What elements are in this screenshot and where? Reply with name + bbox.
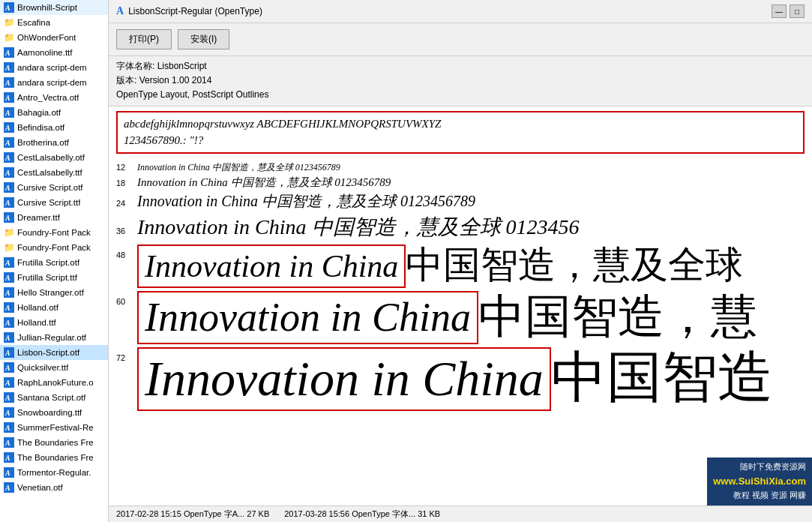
sidebar-item[interactable]: AHolland.ttf: [0, 315, 108, 330]
big-preview-row: 48Innovation in China中国智造，慧及全球: [116, 244, 805, 288]
sidebar-item-label: CestLalsabelly.ttf: [17, 168, 82, 177]
status-items: 2017-02-28 15:15 OpenType 字A... 27 KB201…: [116, 508, 455, 520]
sidebar-item[interactable]: AQuicksilver.ttf: [0, 360, 108, 375]
sidebar-item[interactable]: ACursive Script.ttf: [0, 195, 108, 210]
font-type-icon: A: [116, 5, 124, 17]
font-file-icon: A: [3, 422, 15, 434]
size-label: 12: [116, 163, 137, 172]
svg-text:A: A: [4, 439, 10, 447]
sidebar-item[interactable]: ASantana Script.otf: [0, 390, 108, 405]
minimize-button[interactable]: —: [772, 4, 787, 18]
sidebar-item[interactable]: AAamonoline.ttf: [0, 45, 108, 60]
font-file-icon: A: [3, 182, 15, 194]
sidebar-item[interactable]: Aandara script-dem: [0, 75, 108, 90]
sidebar-item[interactable]: AHello Stranger.otf: [0, 285, 108, 300]
sidebar-item[interactable]: AJullian-Regular.otf: [0, 330, 108, 345]
install-button[interactable]: 安装(I): [178, 29, 229, 50]
sidebar-item[interactable]: 📁Escafina: [0, 15, 108, 30]
sidebar-item[interactable]: ABrownhill-Script: [0, 0, 108, 15]
sidebar-item[interactable]: AFrutilla Script.otf: [0, 255, 108, 270]
sidebar-item-label: SummerFestival-Re: [17, 423, 94, 432]
font-file-icon: A: [3, 152, 15, 164]
sidebar-item-label: Bahagia.otf: [17, 108, 61, 117]
sidebar-item[interactable]: ARaphLanokFuture.o: [0, 375, 108, 390]
sidebar-item-label: Holland.ttf: [17, 318, 56, 327]
status-item: 2017-02-28 15:15 OpenType 字A... 27 KB: [116, 509, 269, 518]
sidebar-item[interactable]: ADreamer.ttf: [0, 210, 108, 225]
sidebar-item-label: Cursive Script.otf: [17, 183, 83, 192]
svg-text:A: A: [4, 124, 10, 132]
char-sample-line1: abcdefghijklmnopqrstuvwxyz ABCDEFGHIJKLM…: [124, 116, 797, 133]
sidebar-item[interactable]: AFrutilla Script.ttf: [0, 270, 108, 285]
size-row: 36Innovation in China 中国智造，慧及全球 0123456: [116, 213, 805, 242]
svg-text:A: A: [4, 154, 10, 162]
preview-text: Innovation in China 中国智造，慧及全球 0123456: [137, 213, 580, 242]
sidebar-item[interactable]: ABefindisa.otf: [0, 120, 108, 135]
file-list-sidebar[interactable]: ABrownhill-Script📁Escafina📁OhWonderFontA…: [0, 0, 109, 522]
sidebar-item[interactable]: AVenetian.otf: [0, 480, 108, 495]
sidebar-item[interactable]: ACursive Script.otf: [0, 180, 108, 195]
font-file-icon: A: [3, 346, 15, 358]
sidebar-item[interactable]: ATormentor-Regular.: [0, 465, 108, 480]
font-preview-area: abcdefghijklmnopqrstuvwxyz ABCDEFGHIJKLM…: [109, 106, 812, 506]
big-size-label: 48: [116, 244, 137, 260]
sidebar-item[interactable]: ALisbon-Script.otf: [0, 345, 108, 360]
svg-text:A: A: [4, 334, 10, 342]
sidebar-item[interactable]: ACestLalsabelly.ttf: [0, 165, 108, 180]
window-controls: — □: [772, 4, 805, 18]
sidebar-item[interactable]: AHolland.otf: [0, 300, 108, 315]
sidebar-item-label: Tormentor-Regular.: [17, 468, 91, 477]
sidebar-item-label: Holland.otf: [17, 303, 58, 312]
sidebar-item-label: Foundry-Font Pack: [17, 243, 91, 252]
size-label: 36: [116, 226, 137, 236]
sidebar-item[interactable]: AAntro_Vectra.otf: [0, 90, 108, 105]
font-file-icon: A: [3, 122, 15, 134]
font-file-icon: A: [3, 406, 15, 418]
svg-text:A: A: [4, 109, 10, 117]
watermark-line3: 教程 视频 资源 网赚: [713, 489, 806, 502]
main-window: A LisbonScript-Regular (OpenType) — □ 打印…: [109, 0, 812, 522]
font-file-icon: A: [3, 392, 15, 404]
sidebar-item[interactable]: ABrotherina.otf: [0, 135, 108, 150]
sidebar-item[interactable]: AThe Boundaries Fre: [0, 450, 108, 465]
size-label: 18: [116, 178, 137, 188]
sidebar-item-label: Dreamer.ttf: [17, 213, 60, 222]
sidebar-item[interactable]: ACestLalsabelly.otf: [0, 150, 108, 165]
size-rows: 12Innovation in China 中国智造，慧及全球 01234567…: [116, 161, 805, 242]
window-title: LisbonScript-Regular (OpenType): [128, 6, 262, 16]
font-version-label: 版本: Version 1.00 2014: [116, 74, 805, 88]
font-file-icon: A: [3, 2, 15, 14]
big-preview-row: 72Innovation in China中国智造: [116, 347, 805, 411]
preview-text: Innovation in China 中国智造，慧及全球 0123456789: [137, 191, 475, 212]
maximize-button[interactable]: □: [790, 4, 805, 18]
print-button[interactable]: 打印(P): [116, 29, 172, 50]
font-file-icon: A: [3, 256, 15, 268]
sidebar-item-label: Foundry-Font Pack: [17, 228, 91, 237]
svg-text:A: A: [4, 289, 10, 297]
svg-text:A: A: [4, 424, 10, 432]
font-file-icon: A: [3, 302, 15, 314]
sidebar-item[interactable]: 📁Foundry-Font Pack: [0, 240, 108, 255]
sidebar-item[interactable]: 📁Foundry-Font Pack: [0, 225, 108, 240]
svg-text:A: A: [4, 349, 10, 357]
font-file-icon: A: [3, 332, 15, 344]
sidebar-item[interactable]: ASummerFestival-Re: [0, 420, 108, 435]
sidebar-item[interactable]: AThe Boundaries Fre: [0, 435, 108, 450]
sidebar-item[interactable]: ABahagia.otf: [0, 105, 108, 120]
sidebar-item-label: andara script-dem: [17, 78, 87, 87]
svg-text:A: A: [4, 199, 10, 207]
sidebar-item-label: Lisbon-Script.otf: [17, 348, 79, 357]
size-row: 12Innovation in China 中国智造，慧及全球 01234567…: [116, 161, 805, 174]
script-preview-box: Innovation in China: [137, 291, 478, 344]
font-info-panel: 字体名称: LisbonScript 版本: Version 1.00 2014…: [109, 56, 812, 106]
sidebar-item[interactable]: ASnowboarding.ttf: [0, 405, 108, 420]
font-file-icon: A: [3, 196, 15, 208]
size-row: 24Innovation in China 中国智造，慧及全球 01234567…: [116, 191, 805, 212]
font-file-icon: A: [3, 482, 15, 494]
char-sample-line2: 1234567890.: "!?: [124, 132, 797, 149]
sidebar-item[interactable]: Aandara script-dem: [0, 60, 108, 75]
font-file-icon: A: [3, 316, 15, 328]
han-preview-text: 中国智造，慧及全球: [406, 244, 743, 286]
sidebar-item[interactable]: 📁OhWonderFont: [0, 30, 108, 45]
font-file-icon: A: [3, 362, 15, 374]
